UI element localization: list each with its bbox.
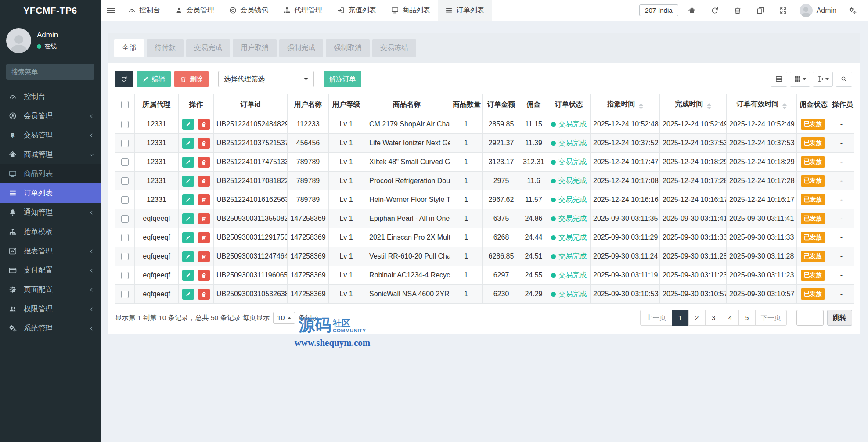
prev-page-button[interactable]: 上一页 [640, 310, 672, 326]
row-edit-button[interactable] [182, 138, 194, 149]
copy-button[interactable] [751, 0, 770, 21]
delete-button[interactable]: 删除 [174, 71, 209, 87]
row-checkbox[interactable] [121, 121, 129, 128]
sidebar-item-notifications[interactable]: 通知管理 [0, 203, 101, 222]
next-page-button[interactable]: 下一页 [755, 310, 787, 326]
sidebar-item-system[interactable]: 系统管理 [0, 319, 101, 338]
page-button-4[interactable]: 4 [722, 310, 739, 326]
select-all-checkbox[interactable] [121, 101, 129, 108]
row-delete-button[interactable] [198, 232, 210, 243]
tab-user-cancelled[interactable]: 用户取消 [233, 39, 277, 57]
table-toolbar: 编辑 删除 选择代理筛选 解冻订单 [115, 71, 852, 87]
topnav-item-recharge[interactable]: 充值列表 [330, 0, 384, 21]
fullscreen-button[interactable] [774, 0, 792, 21]
sidebar-item-order-list[interactable]: 订单列表 [0, 183, 101, 203]
agent-filter-select[interactable]: 选择代理筛选 [218, 71, 314, 87]
cell-actions [179, 190, 214, 209]
sidebar-item-grab-template[interactable]: 抢单模板 [0, 222, 101, 241]
edit-button[interactable]: 编辑 [137, 71, 171, 87]
sidebar-item-dashboard[interactable]: 控制台 [0, 87, 101, 106]
topnav-item-members[interactable]: 会员管理 [168, 0, 222, 21]
sidebar-item-mall[interactable]: 商城管理 [0, 145, 101, 164]
refresh-table-button[interactable] [115, 71, 133, 87]
cell-commission: 24.29 [520, 285, 547, 304]
sidebar-item-page-config[interactable]: 页面配置 [0, 280, 101, 299]
row-checkbox[interactable] [121, 177, 129, 185]
col-product: 商品名称 [364, 94, 450, 115]
topnav-item-wallets[interactable]: 会员钱包 [222, 0, 276, 21]
row-delete-button[interactable] [198, 270, 210, 281]
row-checkbox[interactable] [121, 291, 129, 298]
cell-complete-time: 2025-09-30 03:11:41 [660, 209, 727, 228]
tab-force-completed[interactable]: 强制完成 [279, 39, 323, 57]
row-delete-button[interactable] [198, 194, 210, 205]
row-edit-button[interactable] [182, 119, 194, 130]
search-toggle-button[interactable] [836, 72, 852, 87]
row-edit-button[interactable] [182, 157, 194, 168]
sidebar-item-transactions[interactable]: 交易管理 [0, 126, 101, 145]
home-button[interactable] [683, 0, 701, 21]
cogs-icon [9, 324, 17, 332]
hamburger-menu-icon[interactable] [101, 0, 121, 21]
col-complete-time[interactable]: 完成时间 [660, 94, 727, 115]
col-assign-time[interactable]: 指派时间 [591, 94, 660, 115]
page-button-2[interactable]: 2 [688, 310, 706, 326]
page-button-3[interactable]: 3 [705, 310, 722, 326]
cell-commission-status: 已发放 [797, 285, 829, 304]
topnav-item-products[interactable]: 商品列表 [384, 0, 438, 21]
row-delete-button[interactable] [198, 157, 210, 168]
row-checkbox[interactable] [121, 196, 129, 204]
settings-button[interactable] [843, 0, 862, 21]
sidebar-search-input[interactable] [11, 68, 99, 75]
columns-button[interactable] [790, 72, 810, 87]
row-delete-button[interactable] [198, 119, 210, 130]
sidebar-item-permissions[interactable]: 权限管理 [0, 299, 101, 319]
status-dot-icon [551, 254, 556, 259]
page-button-1[interactable]: 1 [672, 310, 689, 326]
sidebar-item-reports[interactable]: 报表管理 [0, 241, 101, 261]
cell-level: Lv 1 [329, 134, 364, 153]
row-checkbox[interactable] [121, 253, 129, 260]
row-delete-button[interactable] [198, 213, 210, 224]
tab-all[interactable]: 全部 [114, 39, 144, 57]
tab-pending-payment[interactable]: 待付款 [147, 39, 184, 57]
row-delete-button[interactable] [198, 251, 210, 262]
sidebar-item-product-list[interactable]: 商品列表 [0, 164, 101, 183]
row-edit-button[interactable] [182, 289, 194, 300]
row-checkbox[interactable] [121, 158, 129, 166]
detail-view-button[interactable] [771, 72, 787, 87]
topnav-item-dashboard[interactable]: 控制台 [121, 0, 168, 21]
sidebar-item-members[interactable]: 会员管理 [0, 106, 101, 126]
unfreeze-order-button[interactable]: 解冻订单 [324, 71, 361, 87]
row-edit-button[interactable] [182, 270, 194, 281]
refresh-button[interactable] [706, 0, 724, 21]
jump-page-input[interactable] [796, 310, 824, 326]
topnav-item-orders[interactable]: 订单列表 [438, 0, 492, 21]
row-delete-button[interactable] [198, 138, 210, 149]
commission-status-badge: 已发放 [801, 194, 825, 205]
region-selector[interactable]: 207-India [639, 4, 678, 16]
row-edit-button[interactable] [182, 176, 194, 187]
row-edit-button[interactable] [182, 232, 194, 243]
tab-completed[interactable]: 交易完成 [186, 39, 230, 57]
row-edit-button[interactable] [182, 194, 194, 205]
cell-valid-time: 2025-09-30 03:11:28 [727, 247, 797, 266]
row-delete-button[interactable] [198, 176, 210, 187]
user-menu[interactable]: Admin [797, 4, 839, 17]
jump-button[interactable]: 跳转 [827, 310, 852, 326]
row-delete-button[interactable] [198, 289, 210, 300]
tab-force-cancelled[interactable]: 强制取消 [326, 39, 370, 57]
clear-cache-button[interactable] [728, 0, 747, 21]
export-button[interactable] [813, 72, 833, 87]
tab-frozen[interactable]: 交易冻结 [372, 39, 416, 57]
row-checkbox[interactable] [121, 140, 129, 147]
row-checkbox[interactable] [121, 234, 129, 241]
row-checkbox[interactable] [121, 215, 129, 223]
row-edit-button[interactable] [182, 251, 194, 262]
page-button-5[interactable]: 5 [738, 310, 756, 326]
row-checkbox[interactable] [121, 272, 129, 279]
sidebar-item-payment-config[interactable]: 支付配置 [0, 261, 101, 280]
col-valid-time[interactable]: 订单有效时间 [727, 94, 797, 115]
topnav-item-agents[interactable]: 代理管理 [276, 0, 330, 21]
row-edit-button[interactable] [182, 213, 194, 224]
